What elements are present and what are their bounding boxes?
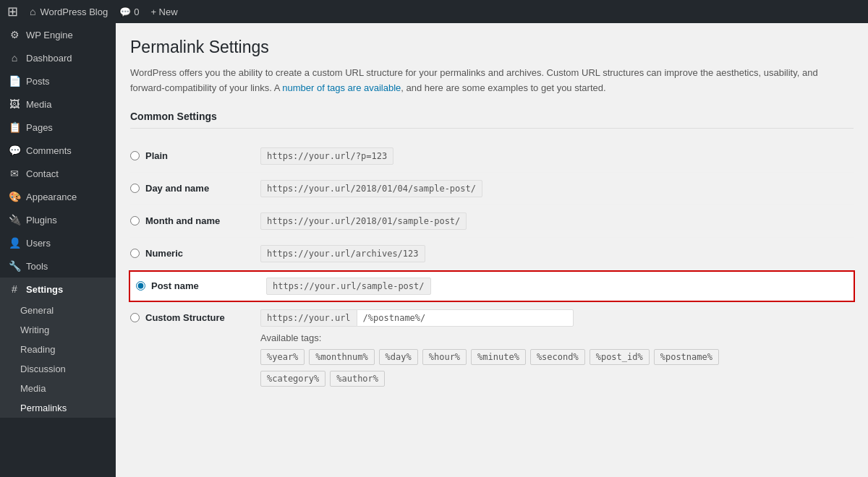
tag-hour[interactable]: %hour% xyxy=(422,349,467,365)
sidebar-users-label: Users xyxy=(26,238,51,249)
url-day-name: https://your.url/2018/01/04/sample-post/ xyxy=(260,180,482,197)
submenu-item-permalinks[interactable]: Permalinks xyxy=(0,398,116,418)
home-icon: ⌂ xyxy=(30,6,35,17)
tag-second[interactable]: %second% xyxy=(530,349,585,365)
submenu-item-media[interactable]: Media xyxy=(0,379,116,398)
new-label: + New xyxy=(150,7,177,17)
main-content: Permalink Settings WordPress offers you … xyxy=(116,23,868,477)
sidebar-item-wpengine[interactable]: ⚙ WP Engine xyxy=(0,23,116,46)
sidebar-media-label: Media xyxy=(26,99,51,110)
available-tags-label: Available tags: xyxy=(260,332,719,343)
label-plain[interactable]: Plain xyxy=(145,150,168,161)
label-day-name[interactable]: Day and name xyxy=(145,183,209,194)
users-icon: 👤 xyxy=(9,237,20,249)
sidebar-pages-label: Pages xyxy=(26,122,53,133)
sidebar-item-contact[interactable]: ✉ Contact xyxy=(0,162,116,185)
radio-post-name[interactable] xyxy=(136,281,145,291)
submenu-writing-label: Writing xyxy=(20,325,49,335)
sidebar-appearance-label: Appearance xyxy=(26,192,77,202)
comments-icon: 💬 xyxy=(119,7,131,17)
radio-plain[interactable] xyxy=(130,151,140,160)
sidebar-contact-label: Contact xyxy=(26,168,59,179)
comments-link[interactable]: 💬 0 xyxy=(119,7,139,17)
sidebar-item-tools[interactable]: 🔧 Tools xyxy=(0,254,116,278)
submenu-item-reading[interactable]: Reading xyxy=(0,340,116,359)
option-day-name-row: Day and name https://your.url/2018/01/04… xyxy=(130,173,854,205)
tag-minute[interactable]: %minute% xyxy=(471,349,526,365)
sidebar-item-settings[interactable]: # Settings xyxy=(0,278,116,301)
sidebar-item-dashboard[interactable]: ⌂ Dashboard xyxy=(0,46,116,69)
tag-year[interactable]: %year% xyxy=(260,349,305,365)
description-text2: , and here are some examples to get you … xyxy=(401,82,605,93)
submenu-discussion-label: Discussion xyxy=(20,364,66,374)
custom-url-input[interactable] xyxy=(357,309,574,327)
sidebar-posts-label: Posts xyxy=(26,76,50,87)
sidebar-settings-label: Settings xyxy=(26,284,63,295)
option-plain-row: Plain https://your.url/?p=123 xyxy=(130,140,854,173)
tag-category[interactable]: %category% xyxy=(260,371,326,387)
sidebar-item-posts[interactable]: 📄 Posts xyxy=(0,69,116,93)
submenu-item-discussion[interactable]: Discussion xyxy=(0,359,116,379)
wpengine-icon: ⚙ xyxy=(9,29,20,40)
settings-submenu: General Writing Reading Discussion Media… xyxy=(0,301,116,418)
radio-day-name[interactable] xyxy=(130,184,140,193)
pages-icon: 📋 xyxy=(9,121,20,133)
label-custom[interactable]: Custom Structure xyxy=(145,312,225,323)
url-prefix: https://your.url xyxy=(260,309,357,327)
tags-link[interactable]: number of tags are available xyxy=(282,82,401,93)
sidebar-item-media[interactable]: 🖼 Media xyxy=(0,93,116,116)
comments-sidebar-icon: 💬 xyxy=(9,145,20,156)
radio-custom[interactable] xyxy=(130,313,140,322)
section-title: Common Settings xyxy=(130,111,854,129)
radio-month-name[interactable] xyxy=(130,216,140,225)
submenu-general-label: General xyxy=(20,305,54,316)
posts-icon: 📄 xyxy=(9,75,20,87)
new-button[interactable]: + New xyxy=(150,7,177,17)
url-plain: https://your.url/?p=123 xyxy=(260,147,393,165)
option-custom-row: Custom Structure https://your.url Availa… xyxy=(130,302,854,394)
appearance-icon: 🎨 xyxy=(9,191,20,202)
tag-day[interactable]: %day% xyxy=(379,349,418,365)
sidebar-item-pages[interactable]: 📋 Pages xyxy=(0,116,116,139)
sidebar-dashboard-label: Dashboard xyxy=(26,53,72,64)
contact-icon: ✉ xyxy=(9,168,20,179)
page-title: Permalink Settings xyxy=(130,38,854,57)
custom-structure-inputs: https://your.url Available tags: %year% … xyxy=(260,309,719,387)
tag-monthnum[interactable]: %monthnum% xyxy=(309,349,374,365)
submenu-item-general[interactable]: General xyxy=(0,301,116,320)
comments-count: 0 xyxy=(134,7,139,17)
site-name: WordPress Blog xyxy=(40,7,108,17)
tags-container: %year% %monthnum% %day% %hour% %minute% … xyxy=(260,349,719,365)
submenu-reading-label: Reading xyxy=(20,344,55,355)
sidebar-item-plugins[interactable]: 🔌 Plugins xyxy=(0,208,116,231)
sidebar-comments-label: Comments xyxy=(26,145,72,156)
url-post-name: https://your.url/sample-post/ xyxy=(266,278,431,295)
tools-icon: 🔧 xyxy=(9,260,20,272)
option-month-name-row: Month and name https://your.url/2018/01/… xyxy=(130,205,854,238)
sidebar-item-users[interactable]: 👤 Users xyxy=(0,231,116,254)
option-post-name-row: Post name https://your.url/sample-post/ xyxy=(129,270,855,302)
plugins-icon: 🔌 xyxy=(9,214,20,225)
settings-icon: # xyxy=(9,283,20,295)
label-month-name[interactable]: Month and name xyxy=(145,215,220,226)
wp-logo-icon: ⊞ xyxy=(7,4,18,20)
radio-numeric[interactable] xyxy=(130,249,140,258)
url-numeric: https://your.url/archives/123 xyxy=(260,245,425,262)
option-numeric-row: Numeric https://your.url/archives/123 xyxy=(130,238,854,270)
dashboard-icon: ⌂ xyxy=(9,52,20,64)
tag-post-id[interactable]: %post_id% xyxy=(590,349,650,365)
tag-postname[interactable]: %postname% xyxy=(654,349,719,365)
submenu-item-writing[interactable]: Writing xyxy=(0,320,116,340)
submenu-media-label: Media xyxy=(20,383,46,394)
sidebar-plugins-label: Plugins xyxy=(26,215,57,225)
sidebar-item-appearance[interactable]: 🎨 Appearance xyxy=(0,185,116,208)
tags-container-row2: %category% %author% xyxy=(260,371,719,387)
label-numeric[interactable]: Numeric xyxy=(145,248,183,259)
label-post-name[interactable]: Post name xyxy=(151,280,199,291)
submenu-permalinks-label: Permalinks xyxy=(20,403,67,413)
site-link[interactable]: ⌂ WordPress Blog xyxy=(30,6,108,17)
sidebar-item-comments[interactable]: 💬 Comments xyxy=(0,139,116,162)
tag-author[interactable]: %author% xyxy=(330,371,385,387)
page-description: WordPress offers you the ability to crea… xyxy=(130,66,854,96)
layout: ⚙ WP Engine ⌂ Dashboard 📄 Posts 🖼 Media … xyxy=(0,23,868,477)
